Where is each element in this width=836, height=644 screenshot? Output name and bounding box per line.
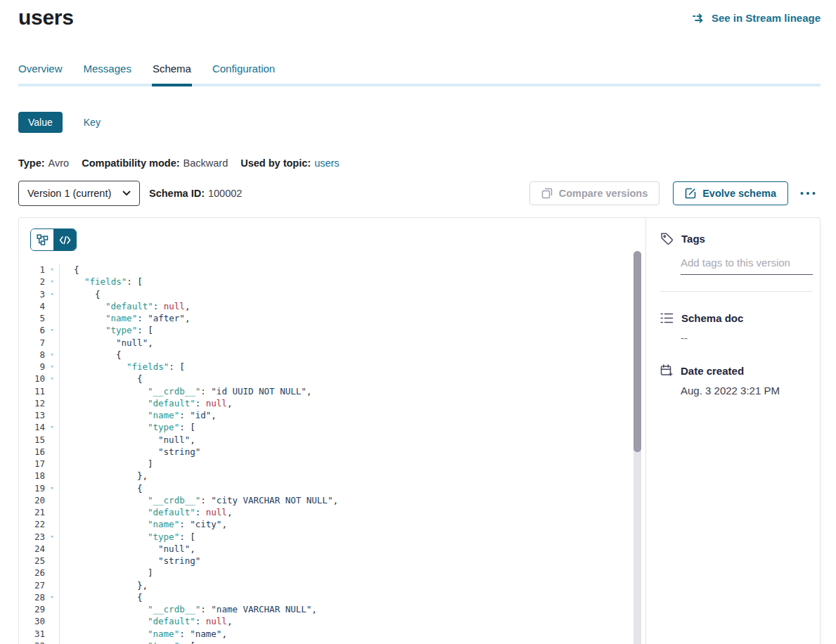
fold-toggle-icon[interactable]: ▾ <box>45 324 59 336</box>
line-number: 18 <box>19 470 45 482</box>
code-line: 13"name": "id", <box>19 409 645 421</box>
token-p: { <box>137 592 143 603</box>
line-number: 26 <box>19 567 45 579</box>
token-p: , <box>311 604 317 614</box>
schema-meta-row: Type:Avro Compatibility mode:Backward Us… <box>18 157 821 169</box>
key-segment-button[interactable]: Key <box>79 116 105 129</box>
tab-configuration[interactable]: Configuration <box>212 63 275 84</box>
scrollbar-track[interactable] <box>634 251 641 644</box>
tree-view-button[interactable] <box>31 229 53 250</box>
token-p: , <box>190 434 195 445</box>
line-content: "__crdb__": "id UUID NOT NULL", <box>59 385 645 397</box>
line-number: 2 <box>19 276 45 288</box>
schema-page: users See in Stream lineage Overview Mes… <box>0 0 836 644</box>
fold-spacer <box>45 543 59 555</box>
token-p: : [ <box>127 276 143 287</box>
line-content: "type": [ <box>59 324 645 336</box>
token-p: : [ <box>179 532 195 542</box>
fold-spacer <box>45 434 59 446</box>
line-number: 13 <box>19 409 45 421</box>
meta-type-label: Type: <box>18 157 45 169</box>
line-number: 17 <box>19 458 45 470</box>
version-select[interactable]: Version 1 (current) <box>18 181 140 206</box>
stream-lineage-link[interactable]: See in Stream lineage <box>693 12 821 24</box>
token-p: , <box>148 337 153 348</box>
code-line: 22"name": "city", <box>19 518 645 530</box>
token-p: , <box>227 398 233 408</box>
schema-doc-section: Schema doc -- <box>660 312 813 344</box>
topic-link[interactable]: users <box>314 157 339 169</box>
code-line: 16"string" <box>19 446 645 458</box>
fold-toggle-icon[interactable]: ▾ <box>45 373 59 385</box>
code-line: 8▾{ <box>19 349 645 361</box>
schema-editor: 1▾{2▾"fields": [3▾{4"default": null,5"na… <box>19 218 646 644</box>
fold-toggle-icon[interactable]: ▾ <box>45 591 59 603</box>
token-s: "null" <box>158 543 190 554</box>
token-p: , <box>221 629 227 639</box>
line-content: "fields": [ <box>59 361 645 373</box>
more-options-button[interactable] <box>795 188 821 199</box>
token-p: , <box>221 519 227 529</box>
fold-toggle-icon[interactable]: ▾ <box>45 276 59 288</box>
line-content: "type": [ <box>59 640 645 644</box>
fold-toggle-icon[interactable]: ▾ <box>45 531 59 543</box>
line-content: "default": null, <box>59 300 645 312</box>
tab-messages[interactable]: Messages <box>84 63 131 84</box>
schema-sidebar: Tags Schema doc -- <box>646 218 821 644</box>
scrollbar-thumb[interactable] <box>634 251 641 452</box>
code-line: 6▾"type": [ <box>19 324 645 336</box>
token-p: : <box>200 604 211 614</box>
fold-toggle-icon[interactable]: ▾ <box>45 421 59 433</box>
fold-toggle-icon[interactable]: ▾ <box>45 361 59 373</box>
line-content: { <box>59 482 645 494</box>
fold-toggle-icon[interactable]: ▾ <box>45 264 59 276</box>
fold-spacer <box>45 458 59 470</box>
token-p: , <box>227 616 233 626</box>
code-view-button[interactable] <box>53 229 76 250</box>
code-line: 2▾"fields": [ <box>19 276 645 288</box>
schema-doc-value: -- <box>681 332 813 344</box>
code-line: 24"null", <box>19 543 645 555</box>
token-p: : <box>137 313 148 323</box>
schema-id: Schema ID:100002 <box>149 188 242 199</box>
line-number: 5 <box>19 312 45 324</box>
code-line: 17] <box>19 458 645 470</box>
line-content: "type": [ <box>59 421 645 433</box>
token-k: "fields" <box>84 276 127 287</box>
tags-section-header: Tags <box>660 232 813 245</box>
line-content: "name": "name", <box>59 628 645 640</box>
fold-spacer <box>45 470 59 482</box>
token-s: "id" <box>190 410 211 420</box>
token-s: "name VARCHAR NULL" <box>211 604 311 614</box>
fold-toggle-icon[interactable]: ▾ <box>45 640 59 644</box>
compare-versions-button[interactable]: Compare versions <box>529 181 660 205</box>
tab-schema[interactable]: Schema <box>153 63 191 84</box>
fold-toggle-icon[interactable]: ▾ <box>45 288 59 300</box>
fold-toggle-icon[interactable]: ▾ <box>45 349 59 361</box>
fold-spacer <box>45 409 59 421</box>
fold-toggle-icon[interactable]: ▾ <box>45 482 59 494</box>
value-segment-button[interactable]: Value <box>18 112 63 133</box>
token-s: "name" <box>190 629 221 639</box>
code-view-icon <box>59 236 71 245</box>
line-number: 9 <box>19 361 45 373</box>
date-created-header: Date created <box>660 364 813 377</box>
tab-overview[interactable]: Overview <box>18 63 63 84</box>
code-line: 29"__crdb__": "name VARCHAR NULL", <box>19 603 645 615</box>
code-line: 5"name": "after", <box>19 312 645 324</box>
token-p: }, <box>137 580 148 591</box>
evolve-schema-button[interactable]: Evolve schema <box>673 181 788 205</box>
line-content: "null", <box>59 337 645 349</box>
compare-versions-label: Compare versions <box>559 188 648 199</box>
token-k: "name" <box>148 519 179 529</box>
code-line: 28▾{ <box>19 591 645 603</box>
chevron-down-icon <box>122 191 131 196</box>
line-number: 12 <box>19 397 45 409</box>
add-tags-input[interactable] <box>681 252 813 275</box>
code-line: 1▾{ <box>19 264 645 276</box>
meta-type-value: Avro <box>49 157 70 169</box>
fold-spacer <box>45 579 59 591</box>
token-p: : <box>153 301 164 311</box>
line-number: 30 <box>19 615 45 627</box>
line-number: 29 <box>19 603 45 615</box>
